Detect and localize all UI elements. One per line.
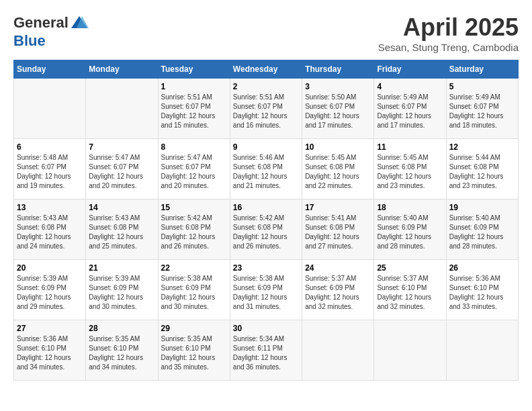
logo-general: General <box>13 14 69 32</box>
week-row-3: 13Sunrise: 5:43 AM Sunset: 6:08 PM Dayli… <box>14 199 519 260</box>
day-info: Sunrise: 5:36 AM Sunset: 6:10 PM Dayligh… <box>449 274 515 312</box>
day-number: 5 <box>449 82 515 91</box>
calendar-cell <box>446 320 518 381</box>
day-info: Sunrise: 5:49 AM Sunset: 6:07 PM Dayligh… <box>449 93 515 130</box>
day-info: Sunrise: 5:38 AM Sunset: 6:09 PM Dayligh… <box>233 274 299 312</box>
calendar-cell: 22Sunrise: 5:38 AM Sunset: 6:09 PM Dayli… <box>158 260 230 320</box>
calendar-cell: 23Sunrise: 5:38 AM Sunset: 6:09 PM Dayli… <box>230 260 302 320</box>
calendar-cell: 26Sunrise: 5:36 AM Sunset: 6:10 PM Dayli… <box>446 260 518 320</box>
day-number: 27 <box>17 324 83 333</box>
calendar-cell: 1Sunrise: 5:51 AM Sunset: 6:07 PM Daylig… <box>158 79 230 139</box>
day-info: Sunrise: 5:35 AM Sunset: 6:10 PM Dayligh… <box>161 334 227 372</box>
calendar-cell: 20Sunrise: 5:39 AM Sunset: 6:09 PM Dayli… <box>14 260 86 320</box>
calendar-cell: 7Sunrise: 5:47 AM Sunset: 6:07 PM Daylig… <box>86 139 158 199</box>
day-info: Sunrise: 5:41 AM Sunset: 6:08 PM Dayligh… <box>305 214 371 251</box>
day-number: 4 <box>377 82 443 91</box>
day-info: Sunrise: 5:47 AM Sunset: 6:07 PM Dayligh… <box>89 153 154 191</box>
day-info: Sunrise: 5:42 AM Sunset: 6:08 PM Dayligh… <box>161 214 227 251</box>
day-number: 11 <box>377 142 443 152</box>
calendar-cell: 25Sunrise: 5:37 AM Sunset: 6:10 PM Dayli… <box>374 260 446 320</box>
day-number: 24 <box>305 263 371 273</box>
day-header-sunday: Sunday <box>14 60 86 79</box>
calendar-cell <box>14 79 86 139</box>
day-info: Sunrise: 5:42 AM Sunset: 6:08 PM Dayligh… <box>233 214 299 251</box>
calendar-cell: 24Sunrise: 5:37 AM Sunset: 6:09 PM Dayli… <box>302 260 374 320</box>
week-row-1: 1Sunrise: 5:51 AM Sunset: 6:07 PM Daylig… <box>14 79 519 139</box>
calendar-cell: 18Sunrise: 5:40 AM Sunset: 6:09 PM Dayli… <box>374 199 446 260</box>
calendar-cell: 4Sunrise: 5:49 AM Sunset: 6:07 PM Daylig… <box>374 79 446 139</box>
day-info: Sunrise: 5:47 AM Sunset: 6:07 PM Dayligh… <box>161 153 227 191</box>
day-number: 12 <box>449 142 515 152</box>
day-number: 18 <box>377 203 443 212</box>
day-number: 22 <box>161 263 227 273</box>
day-number: 10 <box>305 142 371 152</box>
day-info: Sunrise: 5:36 AM Sunset: 6:10 PM Dayligh… <box>17 334 83 372</box>
calendar-cell: 19Sunrise: 5:40 AM Sunset: 6:09 PM Dayli… <box>446 199 518 260</box>
day-number: 9 <box>233 142 299 152</box>
calendar-cell: 3Sunrise: 5:50 AM Sunset: 6:07 PM Daylig… <box>302 79 374 139</box>
day-number: 13 <box>17 203 83 212</box>
day-number: 23 <box>233 263 299 273</box>
calendar-cell: 6Sunrise: 5:48 AM Sunset: 6:07 PM Daylig… <box>14 139 86 199</box>
days-header-row: SundayMondayTuesdayWednesdayThursdayFrid… <box>14 60 519 79</box>
day-number: 6 <box>17 142 83 152</box>
calendar-cell: 10Sunrise: 5:45 AM Sunset: 6:08 PM Dayli… <box>302 139 374 199</box>
day-number: 8 <box>161 142 227 152</box>
calendar-cell: 28Sunrise: 5:35 AM Sunset: 6:10 PM Dayli… <box>86 320 158 381</box>
day-number: 15 <box>161 203 227 212</box>
calendar-cell: 16Sunrise: 5:42 AM Sunset: 6:08 PM Dayli… <box>230 199 302 260</box>
day-info: Sunrise: 5:48 AM Sunset: 6:07 PM Dayligh… <box>17 153 83 191</box>
calendar-cell: 12Sunrise: 5:44 AM Sunset: 6:08 PM Dayli… <box>446 139 518 199</box>
day-info: Sunrise: 5:40 AM Sunset: 6:09 PM Dayligh… <box>449 214 515 251</box>
day-number: 25 <box>377 263 443 273</box>
day-number: 21 <box>89 263 154 273</box>
day-info: Sunrise: 5:35 AM Sunset: 6:10 PM Dayligh… <box>89 334 154 372</box>
day-info: Sunrise: 5:37 AM Sunset: 6:09 PM Dayligh… <box>305 274 371 312</box>
day-header-saturday: Saturday <box>446 60 518 79</box>
logo-blue: Blue <box>13 32 46 50</box>
calendar-cell: 27Sunrise: 5:36 AM Sunset: 6:10 PM Dayli… <box>14 320 86 381</box>
title-block: April 2025 Sesan, Stung Treng, Cambodia <box>378 13 519 53</box>
page-header: General Blue April 2025 Sesan, Stung Tre… <box>13 13 519 53</box>
day-number: 20 <box>17 263 83 273</box>
day-info: Sunrise: 5:50 AM Sunset: 6:07 PM Dayligh… <box>305 93 371 130</box>
calendar-cell: 21Sunrise: 5:39 AM Sunset: 6:09 PM Dayli… <box>86 260 158 320</box>
day-number: 2 <box>233 82 299 91</box>
day-info: Sunrise: 5:45 AM Sunset: 6:08 PM Dayligh… <box>305 153 371 191</box>
calendar-cell: 11Sunrise: 5:45 AM Sunset: 6:08 PM Dayli… <box>374 139 446 199</box>
logo-icon <box>70 13 89 32</box>
day-header-friday: Friday <box>374 60 446 79</box>
calendar-cell: 15Sunrise: 5:42 AM Sunset: 6:08 PM Dayli… <box>158 199 230 260</box>
day-header-monday: Monday <box>86 60 158 79</box>
day-header-tuesday: Tuesday <box>158 60 230 79</box>
day-number: 26 <box>449 263 515 273</box>
day-number: 30 <box>233 324 299 333</box>
location-subtitle: Sesan, Stung Treng, Cambodia <box>378 42 519 53</box>
day-info: Sunrise: 5:37 AM Sunset: 6:10 PM Dayligh… <box>377 274 443 312</box>
day-number: 17 <box>305 203 371 212</box>
logo: General Blue <box>13 13 89 50</box>
day-number: 19 <box>449 203 515 212</box>
calendar-cell: 30Sunrise: 5:34 AM Sunset: 6:11 PM Dayli… <box>230 320 302 381</box>
day-info: Sunrise: 5:46 AM Sunset: 6:08 PM Dayligh… <box>233 153 299 191</box>
calendar-cell: 14Sunrise: 5:43 AM Sunset: 6:08 PM Dayli… <box>86 199 158 260</box>
day-number: 28 <box>89 324 154 333</box>
week-row-4: 20Sunrise: 5:39 AM Sunset: 6:09 PM Dayli… <box>14 260 519 320</box>
day-info: Sunrise: 5:43 AM Sunset: 6:08 PM Dayligh… <box>17 214 83 251</box>
day-info: Sunrise: 5:45 AM Sunset: 6:08 PM Dayligh… <box>377 153 443 191</box>
calendar-cell: 2Sunrise: 5:51 AM Sunset: 6:07 PM Daylig… <box>230 79 302 139</box>
day-number: 3 <box>305 82 371 91</box>
calendar-cell <box>302 320 374 381</box>
day-number: 14 <box>89 203 154 212</box>
day-info: Sunrise: 5:34 AM Sunset: 6:11 PM Dayligh… <box>233 334 299 372</box>
day-info: Sunrise: 5:38 AM Sunset: 6:09 PM Dayligh… <box>161 274 227 312</box>
calendar-cell: 5Sunrise: 5:49 AM Sunset: 6:07 PM Daylig… <box>446 79 518 139</box>
calendar-cell: 17Sunrise: 5:41 AM Sunset: 6:08 PM Dayli… <box>302 199 374 260</box>
week-row-5: 27Sunrise: 5:36 AM Sunset: 6:10 PM Dayli… <box>14 320 519 381</box>
day-info: Sunrise: 5:51 AM Sunset: 6:07 PM Dayligh… <box>161 93 227 130</box>
day-info: Sunrise: 5:49 AM Sunset: 6:07 PM Dayligh… <box>377 93 443 130</box>
calendar-cell <box>374 320 446 381</box>
day-header-thursday: Thursday <box>302 60 374 79</box>
day-header-wednesday: Wednesday <box>230 60 302 79</box>
day-number: 29 <box>161 324 227 333</box>
